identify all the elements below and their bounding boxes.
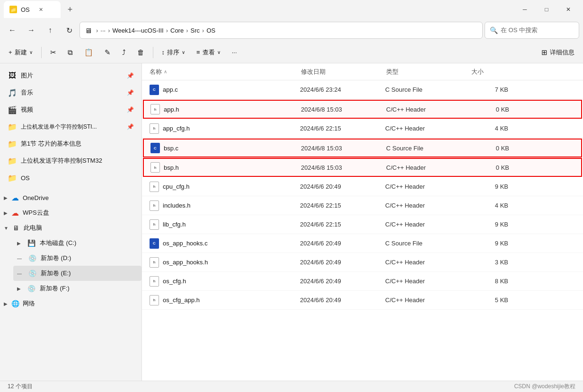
sidebar-network[interactable]: ▶ 🌐 网络 [0,296,141,311]
table-row[interactable]: hos_cfg_app.h2024/6/6 20:49C/C++ Header5… [142,291,583,310]
share-button[interactable]: ⤴ [117,44,131,61]
delete-button[interactable]: 🗑 [132,44,149,61]
breadcrumb-src[interactable]: Src [191,27,200,34]
thispc-label: 此电脑 [24,224,42,232]
breadcrumb-os[interactable]: OS [206,27,215,34]
sidebar-item-music[interactable]: 🎵 音乐 📌 [0,84,141,101]
breadcrumb-core[interactable]: Core [170,27,184,34]
sidebar-wps[interactable]: ▶ ☁ WPS云盘 [0,205,141,220]
wps-expand-icon: ▶ [4,210,8,216]
network-expand-icon: ▶ [4,301,8,306]
table-row[interactable]: hlib_cfg.h2024/6/6 22:15C/C++ Header9 KB [142,215,583,234]
minimize-button[interactable]: ─ [514,2,536,17]
view-button[interactable]: ≡ 查看 ∨ [192,44,225,61]
sort-icon: ↕ [162,49,165,56]
search-icon: 🔍 [490,26,498,34]
sort-button[interactable]: ↕ 排序 ∨ [157,44,190,61]
up-button[interactable]: ↑ [42,22,59,39]
file-date: 2024/6/6 23:24 [300,86,385,93]
pictures-pin-icon: 📌 [127,72,134,79]
sort-label: 排序 [167,48,179,57]
close-button[interactable]: ✕ [557,2,579,17]
sidebar-vol-e[interactable]: — 💿 新加卷 (E:) [13,266,141,281]
sidebar-vol-d[interactable]: — 💿 新加卷 (D:) [13,251,141,266]
file-date: 2024/6/8 15:03 [301,164,386,171]
breadcrumb-bar[interactable]: 🖥 › ··· › Week14---ucOS-III › Core › Src… [80,22,483,39]
pictures-icon: 🖼 [8,71,17,80]
file-type: C/C++ Header [385,183,470,190]
folder4-icon: 📁 [8,173,17,183]
table-row[interactable]: Cos_app_hooks.c2024/6/6 20:49C Source Fi… [142,234,583,253]
tab-close-button[interactable]: ✕ [37,6,45,13]
file-date: 2024/6/6 20:49 [300,240,385,247]
sidebar-item-pictures[interactable]: 🖼 图片 📌 [0,67,141,84]
table-row[interactable]: hos_cfg.h2024/6/6 20:49C/C++ Header8 KB [142,272,583,291]
search-box[interactable]: 🔍 在 OS 中搜索 [485,22,579,39]
breadcrumb-ellipsis[interactable]: ··· [100,27,106,34]
file-name: os_app_hooks.h [163,259,300,266]
status-bar: 12 个项目 CSDN @wodeshijie教程 [0,381,583,392]
sidebar-item-videos[interactable]: 🎬 视频 📌 [0,101,141,118]
back-button[interactable]: ← [4,22,21,39]
cut-button[interactable]: ✂ [45,44,61,61]
col-date-header[interactable]: 修改日期 [301,68,386,76]
delete-icon: 🗑 [137,48,144,56]
sidebar-item-folder3[interactable]: 📁 上位机发送字符串控制STM32 [0,152,141,169]
new-button[interactable]: + 新建 ∨ [4,44,37,61]
file-name: bsp.h [164,164,301,171]
table-row[interactable]: hbsp.h2024/6/8 15:03C/C++ Header0 KB [143,158,582,177]
table-row[interactable]: happ_cfg.h2024/6/6 22:15C/C++ Header4 KB [142,119,583,138]
file-date: 2024/6/8 15:03 [301,145,386,152]
sidebar-thispc[interactable]: ▼ 🖥 此电脑 [0,220,141,235]
forward-button[interactable]: → [23,22,40,39]
table-row[interactable]: hincludes.h2024/6/6 22:15C/C++ Header4 K… [142,196,583,215]
col-name-header[interactable]: 名称 ∧ [150,68,301,76]
table-row[interactable]: happ.h2024/6/8 15:03C/C++ Header0 KB [143,100,582,119]
file-size: 0 KB [471,145,509,152]
col-type-header[interactable]: 类型 [386,68,471,76]
toolbar-separator-2 [153,47,153,58]
file-date: 2024/6/6 22:15 [300,221,385,228]
watermark: CSDN @wodeshijie教程 [514,383,575,391]
breadcrumb-week14[interactable]: Week14---ucOS-III [113,27,164,34]
file-name: app_cfg.h [163,125,300,132]
table-row[interactable]: hcpu_cfg.h2024/6/6 20:49C/C++ Header9 KB [142,177,583,196]
detail-label: 详细信息 [550,48,574,57]
table-row[interactable]: Cbsp.c2024/6/8 15:03C Source File0 KB [143,139,582,157]
table-row[interactable]: hos_app_hooks.h2024/6/6 20:49C/C++ Heade… [142,253,583,272]
sidebar-item-folder2[interactable]: 📁 第1节 芯片的基本信息 [0,135,141,152]
sidebar-vol-f[interactable]: ▶ 💿 新加卷 (F:) [13,281,141,296]
detail-view-button[interactable]: ⊞ 详细信息 [537,44,579,61]
file-date: 2024/6/8 15:03 [301,106,386,113]
more-button[interactable]: ··· [227,44,242,61]
local-c-icon: 💾 [26,238,36,248]
copy-button[interactable]: ⧉ [63,44,78,61]
table-row[interactable]: Capp.c2024/6/6 23:24C Source File7 KB [142,80,583,99]
new-tab-button[interactable]: + [62,2,78,17]
file-name: app.c [163,86,300,93]
folder1-label: 上位机发送单个字符控制STI... [21,123,123,131]
maximize-button[interactable]: □ [536,2,557,17]
paste-icon: 📋 [84,48,93,57]
toolbar-separator-1 [41,47,42,58]
c-source-icon: C [150,238,159,249]
sidebar-item-folder1[interactable]: 📁 上位机发送单个字符控制STI... 📌 [0,118,141,135]
sidebar-local-c[interactable]: ▶ 💾 本地磁盘 (C:) [13,235,141,251]
pictures-label: 图片 [21,71,123,80]
refresh-button[interactable]: ↻ [61,22,78,39]
file-type: C/C++ Header [385,125,470,132]
paste-button[interactable]: 📋 [80,44,98,61]
col-size-header[interactable]: 大小 [471,68,509,76]
sidebar-onedrive[interactable]: ▶ ☁ OneDrive [0,190,141,205]
file-rows-container: Capp.c2024/6/6 23:24C Source File7 KBhap… [142,80,583,310]
os-tab[interactable]: 📁 OS ✕ [4,1,61,18]
vol-f-icon: 💿 [26,284,36,293]
tab-area: 📁 OS ✕ + [4,1,514,18]
toolbar: + 新建 ∨ ✂ ⧉ 📋 ✎ ⤴ 🗑 ↕ 排序 ∨ ≡ 查看 ∨ ··· ⊞ 详… [0,42,583,63]
rename-button[interactable]: ✎ [100,44,115,61]
view-chevron-icon: ∨ [217,50,221,55]
sidebar-item-folder4[interactable]: 📁 OS [0,169,141,186]
file-name: os_cfg.h [163,278,300,285]
folder3-label: 上位机发送字符串控制STM32 [21,157,134,165]
folder1-pin-icon: 📌 [127,123,134,130]
